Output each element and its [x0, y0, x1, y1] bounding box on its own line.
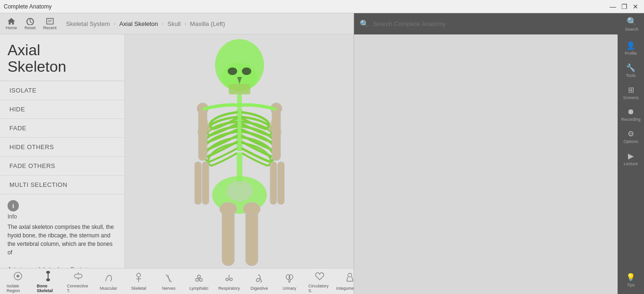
reset-icon	[26, 17, 34, 25]
toolbar-integumentary[interactable]: Integumentary	[336, 270, 354, 293]
options-button[interactable]: ⚙ Options	[618, 126, 644, 147]
urinary-icon	[283, 272, 296, 285]
isolate-region-icon	[11, 269, 25, 283]
svg-point-52	[199, 278, 202, 281]
skeletal-icon	[132, 272, 145, 285]
search-icon: 🔍	[360, 19, 369, 28]
tools-icon: 🔧	[626, 63, 636, 72]
tips-icon: 💡	[626, 273, 636, 282]
close-button[interactable]: ✕	[631, 2, 640, 11]
title-bar: Complete Anatomy — ❐ ✕	[0, 0, 644, 13]
menu-multi-selection[interactable]: MULTI SELECTION	[0, 176, 124, 194]
toolbar-muscular[interactable]: Muscular	[94, 270, 123, 293]
breadcrumb: Skeletal System › Axial Skeleton › Skull…	[66, 20, 225, 27]
muscular-icon	[102, 272, 115, 285]
svg-point-57	[348, 273, 352, 277]
bone-skeletal-icon	[41, 269, 55, 283]
profile-icon: 👤	[626, 41, 636, 50]
breadcrumb-skull[interactable]: Skull	[167, 20, 181, 27]
recent-button[interactable]: Recent	[41, 17, 59, 31]
svg-rect-29	[195, 162, 201, 204]
top-nav: Home Reset Recent	[0, 13, 354, 34]
lymphatic-icon	[192, 272, 206, 285]
left-panel: Home Reset Recent	[0, 13, 354, 294]
right-panel: 🔍 🔍 Search 👤 Profile 🔧 Tools ⊞	[354, 13, 644, 294]
integumentary-icon	[343, 272, 354, 285]
svg-rect-44	[74, 274, 82, 278]
options-icon: ⚙	[627, 129, 634, 138]
svg-rect-34	[278, 162, 284, 204]
3d-viewer[interactable]	[125, 34, 354, 268]
breadcrumb-axial[interactable]: Axial Skeleton	[119, 20, 158, 27]
skeleton-svg	[152, 39, 327, 268]
svg-point-26	[226, 181, 253, 202]
svg-point-41	[46, 271, 50, 274]
digestive-icon	[253, 272, 266, 285]
toolbar-lymphatic[interactable]: Lymphatic	[185, 270, 213, 293]
app-title: Complete Anatomy	[4, 3, 51, 10]
nav-icons: Home Reset Recent	[4, 17, 58, 31]
recent-icon	[46, 17, 54, 25]
lecture-icon: ▶	[628, 151, 634, 160]
info-label: Info	[8, 213, 117, 220]
toolbar-respiratory[interactable]: Respiratory	[215, 270, 243, 293]
menu-hide-others[interactable]: HIDE OTHERS	[0, 138, 124, 157]
window-controls: — ❐ ✕	[608, 2, 640, 11]
breadcrumb-maxilla[interactable]: Maxilla (Left)	[190, 20, 225, 27]
svg-rect-37	[246, 209, 258, 266]
app-container: Home Reset Recent	[0, 13, 644, 294]
toolbar-nerves[interactable]: Nerves	[155, 270, 183, 293]
sidebar-title: AxialSkeleton	[0, 34, 124, 79]
svg-point-20	[242, 67, 251, 75]
search-input[interactable]	[373, 20, 621, 27]
toolbar-urinary[interactable]: Urinary	[275, 270, 304, 293]
screens-button[interactable]: ⊞ Screens	[618, 83, 644, 103]
svg-point-40	[17, 275, 19, 277]
info-section: i Info The axial skeleton comprises the …	[0, 194, 124, 262]
sidebar-menu: ISOLATE HIDE FADE HIDE OTHERS FADE OTHER…	[0, 81, 124, 194]
breadcrumb-skeletal[interactable]: Skeletal System	[66, 20, 110, 27]
svg-rect-42	[48, 274, 49, 278]
svg-point-50	[198, 275, 200, 278]
tools-button[interactable]: 🔧 Tools	[618, 60, 644, 81]
profile-button[interactable]: 👤 Profile	[618, 38, 644, 59]
info-text: The axial skeleton comprises the skull, …	[8, 223, 117, 257]
recording-button[interactable]: ⏺ Recording	[618, 105, 644, 125]
svg-rect-30	[202, 162, 209, 204]
right-content	[354, 34, 618, 294]
svg-point-38	[243, 202, 260, 216]
svg-point-47	[137, 273, 140, 277]
toolbar-bone-skeletal[interactable]: Bone Skeletal	[34, 268, 62, 294]
connective-t-icon	[72, 269, 85, 283]
menu-isolate[interactable]: ISOLATE	[0, 81, 124, 100]
sidebar: AxialSkeleton ISOLATE HIDE FADE HIDE OTH…	[0, 34, 125, 268]
search-button[interactable]: 🔍 Search	[625, 17, 638, 32]
svg-point-51	[196, 278, 198, 281]
home-icon	[7, 17, 16, 25]
view-thumbnails: Anterior	[0, 262, 124, 268]
reset-button[interactable]: Reset	[23, 17, 38, 31]
recording-icon: ⏺	[627, 108, 635, 116]
menu-fade[interactable]: FADE	[0, 119, 124, 138]
menu-hide[interactable]: HIDE	[0, 100, 124, 119]
maximize-button[interactable]: ❐	[619, 2, 629, 11]
menu-fade-others[interactable]: FADE OTHERS	[0, 157, 124, 176]
screens-icon: ⊞	[628, 85, 634, 94]
toolbar-connective-t[interactable]: Connective T.	[64, 268, 92, 294]
lecture-button[interactable]: ▶ Lecture	[618, 149, 644, 169]
toolbar-circulatory[interactable]: Circulatory S.	[305, 268, 334, 294]
right-icons: 👤 Profile 🔧 Tools ⊞ Screens ⏺ Recording …	[618, 34, 644, 294]
svg-rect-35	[222, 209, 234, 266]
svg-point-19	[228, 67, 237, 75]
minimize-button[interactable]: —	[608, 2, 618, 11]
nerves-icon	[162, 272, 175, 285]
home-button[interactable]: Home	[4, 17, 19, 31]
search-icon-large: 🔍	[627, 17, 637, 27]
toolbar-isolate-region[interactable]: Isolate Region	[4, 268, 32, 294]
tips-button[interactable]: 💡 Tips	[618, 270, 644, 290]
toolbar-digestive[interactable]: Digestive	[245, 270, 273, 293]
bottom-toolbar: Isolate Region Bone Skeletal Connective …	[0, 268, 354, 294]
right-sidebar-area: 👤 Profile 🔧 Tools ⊞ Screens ⏺ Recording …	[354, 34, 644, 294]
toolbar-skeletal[interactable]: Skeletal	[124, 270, 153, 293]
respiratory-icon	[223, 272, 236, 285]
